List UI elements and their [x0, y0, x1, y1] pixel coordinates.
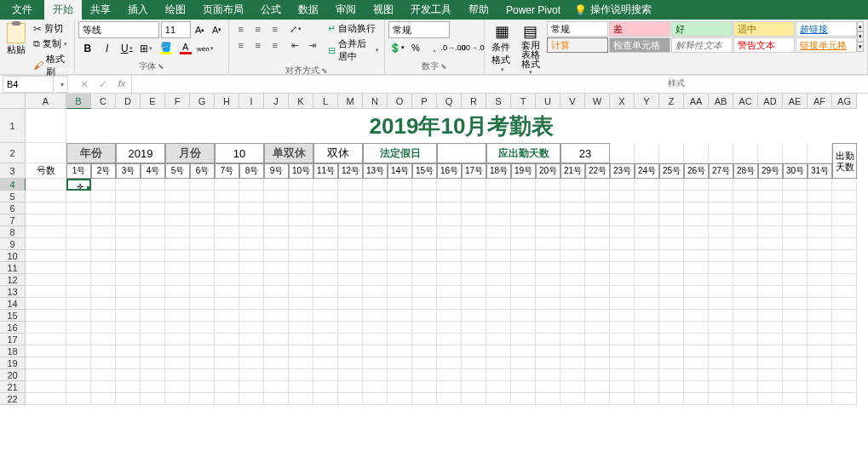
cell-N11[interactable]	[363, 262, 388, 274]
cell-Y17[interactable]	[635, 334, 659, 345]
cell-S14[interactable]	[486, 298, 511, 310]
accounting-format-button[interactable]: 💲▾	[388, 40, 405, 55]
column-header-O[interactable]: O	[388, 94, 412, 109]
cell-O12[interactable]	[388, 274, 412, 286]
column-header-S[interactable]: S	[486, 94, 511, 109]
cell-B13[interactable]	[66, 286, 91, 298]
cell-AF8[interactable]	[808, 226, 832, 238]
cell-AB4[interactable]	[709, 179, 733, 191]
wrap-text-button[interactable]: ↵自动换行	[326, 21, 381, 36]
style-neutral[interactable]: 适中	[733, 21, 795, 37]
cell-AG15[interactable]	[832, 310, 857, 322]
cell-AE22[interactable]	[783, 393, 808, 405]
cell-K10[interactable]	[289, 250, 313, 262]
tell-me-search[interactable]: 💡 操作说明搜索	[574, 3, 652, 17]
cell-P18[interactable]	[412, 345, 437, 357]
decrease-indent-button[interactable]: ⇤	[287, 37, 304, 53]
cell-AG20[interactable]	[832, 369, 857, 381]
cell-D12[interactable]	[116, 274, 141, 286]
cell-AD20[interactable]	[758, 369, 783, 381]
day-23[interactable]: 23号	[610, 163, 635, 179]
cell-W9[interactable]	[585, 238, 610, 250]
cell-K17[interactable]	[289, 334, 313, 345]
cell-D18[interactable]	[116, 345, 141, 357]
cell-AC22[interactable]	[733, 393, 758, 405]
cell-Y21[interactable]	[635, 381, 659, 393]
tab-developer[interactable]: 开发工具	[402, 0, 460, 20]
cell-Y15[interactable]	[635, 310, 659, 322]
row-header-11[interactable]: 11	[0, 262, 26, 274]
cell-C22[interactable]	[91, 393, 116, 405]
cell-B6[interactable]	[66, 203, 91, 214]
cell-L13[interactable]	[313, 286, 338, 298]
cell-Q11[interactable]	[437, 262, 462, 274]
cell-C18[interactable]	[91, 345, 116, 357]
cell-G17[interactable]	[190, 334, 215, 345]
cell-F18[interactable]	[165, 345, 190, 357]
cell-X19[interactable]	[610, 357, 635, 369]
enter-formula-button[interactable]: ✓	[94, 78, 112, 90]
increase-indent-button[interactable]: ⇥	[304, 37, 321, 53]
cell-A4[interactable]	[26, 179, 66, 191]
cell-P4[interactable]	[412, 179, 437, 191]
cell-A13[interactable]	[26, 286, 66, 298]
cell-S8[interactable]	[486, 226, 511, 238]
cell-P7[interactable]	[412, 214, 437, 226]
cell-W7[interactable]	[585, 214, 610, 226]
cell-Y4[interactable]	[635, 179, 659, 191]
cell-I6[interactable]	[239, 203, 264, 214]
day-25[interactable]: 25号	[659, 163, 684, 179]
cell-F22[interactable]	[165, 393, 190, 405]
cell-P9[interactable]	[412, 238, 437, 250]
cell-C9[interactable]	[91, 238, 116, 250]
cell-H20[interactable]	[215, 369, 239, 381]
cell-T22[interactable]	[511, 393, 536, 405]
cell-A8[interactable]	[26, 226, 66, 238]
cell-T6[interactable]	[511, 203, 536, 214]
cell-C12[interactable]	[91, 274, 116, 286]
cell-AD10[interactable]	[758, 250, 783, 262]
cell-I10[interactable]	[239, 250, 264, 262]
tab-view[interactable]: 视图	[365, 0, 402, 20]
cell-AF5[interactable]	[808, 191, 832, 203]
cell-R20[interactable]	[462, 369, 486, 381]
cell-AB21[interactable]	[709, 381, 733, 393]
cell-B15[interactable]	[66, 310, 91, 322]
align-top-button[interactable]: ≡	[233, 21, 250, 37]
cell-AD17[interactable]	[758, 334, 783, 345]
tab-insert[interactable]: 插入	[119, 0, 157, 20]
merge-center-button[interactable]: ⊟合并后居中▾	[326, 37, 381, 64]
cell-AD22[interactable]	[758, 393, 783, 405]
cell-V19[interactable]	[560, 357, 585, 369]
cell-Z9[interactable]	[659, 238, 684, 250]
row-header-10[interactable]: 10	[0, 250, 26, 262]
cell-U15[interactable]	[536, 310, 560, 322]
cell-Y20[interactable]	[635, 369, 659, 381]
cell-R15[interactable]	[462, 310, 486, 322]
name-box[interactable]: B4	[3, 76, 54, 93]
cell-N13[interactable]	[363, 286, 388, 298]
column-header-F[interactable]: F	[165, 94, 190, 109]
cell-G20[interactable]	[190, 369, 215, 381]
cell-D16[interactable]	[116, 322, 141, 334]
cell-P20[interactable]	[412, 369, 437, 381]
cell-E6[interactable]	[141, 203, 165, 214]
cell-V14[interactable]	[560, 298, 585, 310]
cell-X9[interactable]	[610, 238, 635, 250]
cell-V7[interactable]	[560, 214, 585, 226]
cell-AB9[interactable]	[709, 238, 733, 250]
cell-J9[interactable]	[264, 238, 289, 250]
row-header-9[interactable]: 9	[0, 238, 26, 250]
cell-I13[interactable]	[239, 286, 264, 298]
cell-C8[interactable]	[91, 226, 116, 238]
align-center-button[interactable]: ≡	[250, 37, 267, 53]
cell-D20[interactable]	[116, 369, 141, 381]
cell-L6[interactable]	[313, 203, 338, 214]
cell-AF22[interactable]	[808, 393, 832, 405]
cell-Y10[interactable]	[635, 250, 659, 262]
row-header-6[interactable]: 6	[0, 203, 26, 214]
cell-AE19[interactable]	[783, 357, 808, 369]
column-header-E[interactable]: E	[141, 94, 165, 109]
cell-V12[interactable]	[560, 274, 585, 286]
cell-W15[interactable]	[585, 310, 610, 322]
